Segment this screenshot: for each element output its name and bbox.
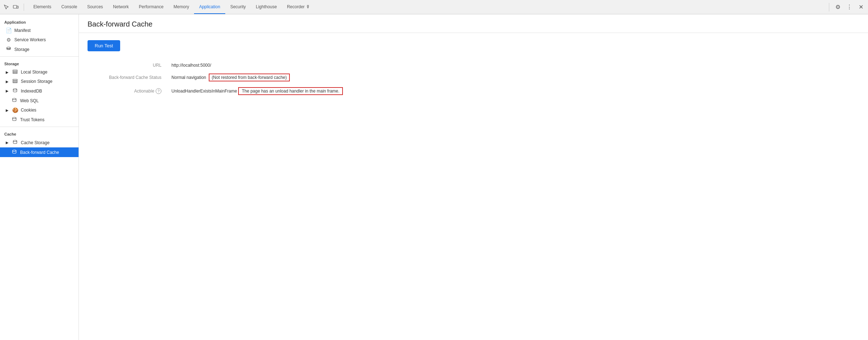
info-table: URL http://localhost:5000/ Back-forward … — [88, 60, 346, 98]
svg-rect-8 — [13, 82, 17, 83]
sidebar-divider-2 — [0, 127, 79, 127]
svg-rect-3 — [13, 70, 17, 71]
tab-recorder[interactable]: Recorder 🎙 — [282, 0, 315, 14]
sidebar-item-cookies-label: Cookies — [21, 108, 36, 113]
content-header: Back-forward Cache — [79, 14, 868, 33]
cache-storage-icon — [12, 140, 18, 146]
svg-rect-7 — [13, 81, 17, 82]
back-forward-cache-icon — [11, 149, 17, 155]
svg-rect-4 — [13, 71, 17, 72]
local-storage-icon — [12, 69, 18, 75]
sidebar-item-cache-storage[interactable]: ▶ Cache Storage — [0, 138, 79, 147]
trust-tokens-icon — [11, 117, 17, 123]
chevron-local-storage-icon: ▶ — [6, 70, 9, 74]
tab-elements[interactable]: Elements — [28, 0, 56, 14]
tab-console[interactable]: Console — [56, 0, 82, 14]
sidebar-item-local-storage-label: Local Storage — [21, 70, 47, 75]
sidebar-item-service-workers-label: Service Workers — [14, 37, 46, 42]
cache-status-normal: Normal navigation — [171, 75, 206, 80]
svg-point-2 — [7, 47, 10, 48]
toolbar-right-actions: ⚙ ⋮ ✕ — [827, 3, 865, 11]
sidebar-divider-1 — [0, 56, 79, 57]
sidebar-item-trust-tokens-label: Trust Tokens — [20, 117, 44, 122]
sidebar-item-service-workers[interactable]: ⚙ Service Workers — [0, 35, 79, 44]
manifest-icon: 📄 — [6, 28, 11, 33]
toolbar: Elements Console Sources Network Perform… — [0, 0, 868, 14]
sidebar-item-web-sql-label: Web SQL — [20, 98, 39, 103]
svg-point-10 — [13, 98, 16, 100]
service-workers-icon: ⚙ — [6, 37, 11, 43]
cache-status-row: Back-forward Cache Status Normal navigat… — [88, 71, 346, 84]
chevron-indexeddb-icon: ▶ — [6, 89, 9, 93]
toolbar-left-icons — [3, 4, 24, 11]
svg-point-11 — [13, 117, 16, 119]
url-label: URL — [88, 60, 169, 71]
svg-rect-0 — [13, 5, 17, 8]
sidebar-item-manifest-label: Manifest — [14, 28, 30, 33]
chevron-session-storage-icon: ▶ — [6, 80, 9, 84]
application-section-title: Application — [0, 17, 79, 26]
storage-app-icon — [6, 46, 11, 52]
tab-memory[interactable]: Memory — [169, 0, 194, 14]
actionable-label: Actionable ? — [88, 84, 169, 98]
cache-status-detail: (Not restored from back-forward cache) — [209, 74, 289, 81]
sidebar-item-indexeddb[interactable]: ▶ IndexedDB — [0, 86, 79, 96]
actionable-row: Actionable ? UnloadHandlerExistsInMainFr… — [88, 84, 346, 98]
cache-status-label: Back-forward Cache Status — [88, 71, 169, 84]
device-toggle-icon[interactable] — [12, 4, 19, 11]
svg-point-9 — [13, 89, 17, 90]
sidebar-item-session-storage[interactable]: ▶ Session Storage — [0, 77, 79, 86]
url-row: URL http://localhost:5000/ — [88, 60, 346, 71]
sidebar-item-cache-storage-label: Cache Storage — [21, 140, 49, 145]
session-storage-icon — [12, 79, 18, 84]
sidebar-item-local-storage[interactable]: ▶ Local Storage — [0, 67, 79, 77]
sidebar-item-cookies[interactable]: ▶ 🍪 Cookies — [0, 105, 79, 115]
actionable-value: UnloadHandlerExistsInMainFrame The page … — [169, 84, 346, 98]
content-body: Run Test URL http://localhost:5000/ Back… — [79, 33, 868, 105]
content-area: Back-forward Cache Run Test URL http://l… — [79, 14, 868, 340]
sidebar-item-manifest[interactable]: 📄 Manifest — [0, 26, 79, 35]
settings-icon[interactable]: ⚙ — [834, 3, 842, 11]
sidebar-item-session-storage-label: Session Storage — [21, 79, 52, 84]
url-value: http://localhost:5000/ — [169, 60, 346, 71]
svg-point-13 — [13, 150, 16, 151]
svg-point-12 — [13, 140, 17, 142]
tab-performance[interactable]: Performance — [134, 0, 169, 14]
chevron-cookies-icon: ▶ — [6, 108, 9, 112]
main-layout: Application 📄 Manifest ⚙ Service Workers… — [0, 14, 868, 340]
web-sql-icon — [11, 98, 17, 104]
tab-network[interactable]: Network — [108, 0, 134, 14]
storage-section-title: Storage — [0, 59, 79, 67]
select-element-icon[interactable] — [3, 4, 10, 11]
page-title: Back-forward Cache — [88, 20, 859, 28]
more-icon[interactable]: ⋮ — [845, 3, 854, 11]
sidebar-item-storage-app[interactable]: Storage — [0, 44, 79, 54]
svg-rect-5 — [13, 73, 17, 74]
svg-rect-6 — [13, 79, 17, 80]
tab-application[interactable]: Application — [194, 0, 225, 14]
chevron-cache-storage-icon: ▶ — [6, 141, 9, 145]
sidebar-item-back-forward-cache[interactable]: Back-forward Cache — [0, 147, 79, 157]
cache-status-value: Normal navigation (Not restored from bac… — [169, 71, 346, 84]
sidebar: Application 📄 Manifest ⚙ Service Workers… — [0, 14, 79, 340]
tab-lighthouse[interactable]: Lighthouse — [251, 0, 282, 14]
run-test-button[interactable]: Run Test — [88, 40, 120, 51]
svg-rect-1 — [17, 6, 18, 8]
toolbar-divider — [829, 3, 829, 11]
tab-security[interactable]: Security — [225, 0, 251, 14]
help-icon[interactable]: ? — [156, 88, 161, 94]
actionable-detail: The page has an unload handler in the ma… — [238, 87, 343, 95]
close-icon[interactable]: ✕ — [857, 3, 865, 11]
cookies-icon: 🍪 — [12, 107, 18, 113]
sidebar-item-web-sql[interactable]: Web SQL — [0, 96, 79, 105]
sidebar-item-storage-app-label: Storage — [14, 47, 29, 52]
sidebar-item-trust-tokens[interactable]: Trust Tokens — [0, 115, 79, 124]
sidebar-item-indexeddb-label: IndexedDB — [21, 89, 42, 94]
tab-bar: Elements Console Sources Network Perform… — [28, 0, 827, 14]
actionable-code: UnloadHandlerExistsInMainFrame — [171, 89, 237, 94]
tab-sources[interactable]: Sources — [82, 0, 108, 14]
indexeddb-icon — [12, 88, 18, 94]
sidebar-item-back-forward-cache-label: Back-forward Cache — [20, 150, 59, 155]
cache-section-title: Cache — [0, 129, 79, 138]
